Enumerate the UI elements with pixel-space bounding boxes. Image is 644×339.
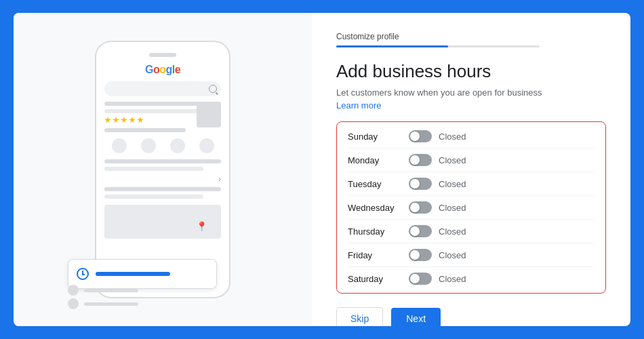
page-subtitle: Let customers know when you are open for… (336, 87, 606, 98)
hours-row-sunday: SundayClosed (348, 125, 595, 148)
toggle-sunday[interactable] (409, 130, 432, 142)
phone-bottom-lines (68, 285, 203, 309)
bottom-line-1 (84, 289, 138, 292)
phone-stars (104, 117, 144, 123)
toggle-knob-wednesday (410, 203, 420, 212)
phone-circle-icon-3 (170, 138, 185, 153)
bottom-line-2 (84, 302, 138, 306)
skip-button[interactable]: Skip (336, 307, 383, 326)
phone-circle-icon-1 (112, 138, 127, 153)
progress-section: Customize profile (336, 32, 606, 47)
learn-more-link[interactable]: Learn more (336, 100, 606, 111)
phone-map: 📍 (104, 205, 221, 239)
left-panel: Google (14, 13, 312, 326)
progress-label: Customize profile (336, 32, 606, 41)
phone-line-2 (104, 109, 203, 113)
toggle-thursday[interactable] (409, 225, 432, 237)
toggle-knob-friday (410, 250, 420, 260)
toggle-knob-monday (410, 155, 420, 165)
phone-icons-row (104, 138, 221, 153)
main-container: Google (14, 13, 630, 326)
right-panel: Customize profile Add business hours Let… (312, 13, 630, 326)
phone-search-bar (104, 81, 221, 96)
day-label-wednesday: Wednesday (348, 203, 409, 213)
day-label-sunday: Sunday (348, 132, 409, 142)
hours-row-friday: FridayClosed (348, 243, 595, 267)
star-1 (104, 117, 111, 123)
star-2 (113, 117, 119, 123)
status-label-friday: Closed (439, 250, 466, 260)
next-button[interactable]: Next (391, 308, 441, 326)
phone-arrow-row: › (104, 174, 221, 184)
toggle-saturday[interactable] (409, 273, 432, 285)
phone-arrow-icon: › (218, 174, 221, 184)
phone-map-pin: 📍 (196, 221, 207, 232)
bottom-circle-2 (68, 298, 79, 309)
hours-row-saturday: SaturdayClosed (348, 267, 595, 290)
status-label-monday: Closed (439, 155, 466, 165)
bottom-circle-1 (68, 285, 79, 296)
day-label-tuesday: Tuesday (348, 179, 409, 189)
toggle-tuesday[interactable] (409, 178, 432, 190)
toggle-wednesday[interactable] (409, 201, 432, 214)
phone-search-icon (209, 85, 217, 93)
day-label-saturday: Saturday (348, 274, 409, 284)
star-3 (121, 117, 127, 123)
phone-notch (149, 53, 176, 57)
toggle-monday[interactable] (409, 154, 432, 166)
toggle-knob-sunday (410, 132, 420, 141)
phone-bottom-item-2 (68, 298, 203, 309)
phone-bottom-item-1 (68, 285, 203, 296)
clock-icon (77, 268, 89, 280)
status-label-wednesday: Closed (439, 203, 466, 213)
toggle-friday[interactable] (409, 249, 432, 261)
toggle-knob-tuesday (410, 179, 420, 188)
status-label-sunday: Closed (439, 132, 466, 142)
day-label-monday: Monday (348, 155, 409, 165)
google-logo: Google (145, 64, 180, 76)
toggle-knob-thursday (410, 226, 420, 236)
hours-row-monday: MondayClosed (348, 148, 595, 172)
phone-line-6 (104, 187, 221, 191)
status-label-tuesday: Closed (439, 179, 466, 189)
phone-line-5 (104, 167, 203, 171)
star-5 (137, 117, 144, 123)
phone-image-placeholder (197, 103, 221, 127)
status-label-saturday: Closed (439, 274, 466, 284)
toggle-knob-saturday (410, 274, 420, 283)
phone-content: › 📍 (104, 102, 221, 239)
hours-row-thursday: ThursdayClosed (348, 220, 595, 243)
hours-table: SundayClosedMondayClosedTuesdayClosedWed… (336, 121, 606, 294)
card-line (96, 272, 170, 276)
phone-stars-row (104, 117, 221, 123)
progress-bar-fill (336, 45, 448, 47)
star-4 (129, 117, 136, 123)
progress-bar-track (336, 45, 540, 47)
day-label-thursday: Thursday (348, 226, 409, 237)
phone-line-3 (104, 128, 186, 132)
hours-row-wednesday: WednesdayClosed (348, 196, 595, 220)
status-label-thursday: Closed (439, 226, 466, 237)
day-label-friday: Friday (348, 250, 409, 260)
page-title: Add business hours (336, 61, 606, 82)
phone-line-4 (104, 159, 221, 163)
hours-row-tuesday: TuesdayClosed (348, 172, 595, 196)
phone-circle-icon-2 (141, 138, 156, 153)
bottom-buttons: Skip Next (336, 307, 606, 326)
phone-circle-icon-4 (199, 138, 214, 153)
phone-line-7 (104, 195, 203, 199)
